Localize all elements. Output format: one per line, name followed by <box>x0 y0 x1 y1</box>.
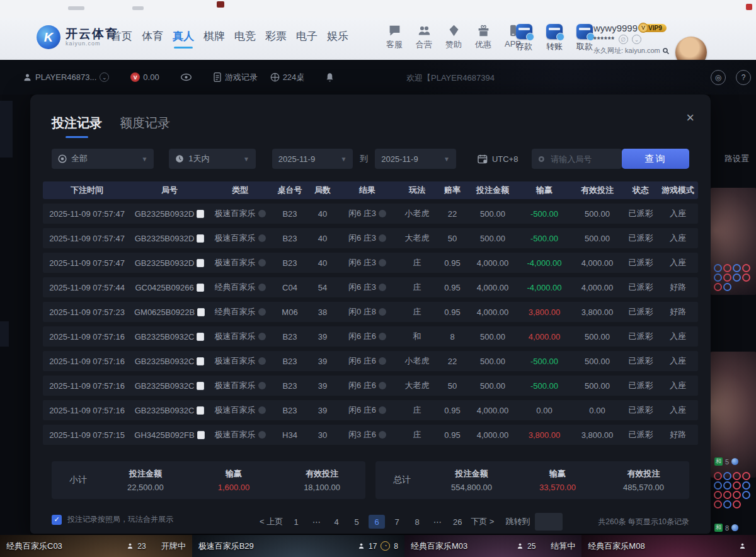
tab-quota-records[interactable]: 额度记录 <box>120 115 170 138</box>
cell-mode: 好路 <box>658 306 698 318</box>
table-card-3[interactable]: 经典百家乐M0325结算中 <box>404 535 581 557</box>
timer-value: 8 <box>394 542 398 551</box>
timezone[interactable]: UTC+8 <box>478 154 518 164</box>
range-dropdown[interactable]: 1天内▼ <box>169 149 255 169</box>
info-icon[interactable] <box>379 382 386 389</box>
cell-type: 极速百家乐 <box>208 233 272 244</box>
copy-icon[interactable] <box>197 210 204 218</box>
page-6[interactable]: 6 <box>369 515 385 529</box>
copy-icon[interactable] <box>197 234 204 243</box>
copy-icon[interactable] <box>197 431 205 439</box>
nav-item-电子[interactable]: 电子 <box>296 29 318 49</box>
table-card-4[interactable]: 经典百家乐M08 <box>581 535 756 557</box>
table-card-2[interactable]: 极速百家乐B2917◔8 <box>192 535 404 557</box>
merge-checkbox[interactable]: ✓ <box>52 515 62 525</box>
cell-type: 极速百家乐 <box>208 208 272 219</box>
round-search[interactable] <box>532 149 622 169</box>
nav-item-真人[interactable]: 真人 <box>173 29 194 49</box>
info-icon[interactable] <box>258 431 266 439</box>
nav-item-首页[interactable]: 首页 <box>111 29 132 49</box>
page-1[interactable]: 1 <box>288 515 304 529</box>
nav-item-娱乐[interactable]: 娱乐 <box>327 29 348 49</box>
eye-toggle[interactable] <box>181 73 192 81</box>
info-icon[interactable] <box>258 210 266 217</box>
info-icon[interactable] <box>379 357 386 365</box>
info-icon[interactable] <box>258 234 266 242</box>
copy-icon[interactable] <box>197 333 204 341</box>
info-icon[interactable] <box>379 431 386 439</box>
cell-play: 庄 <box>397 257 437 268</box>
page-26[interactable]: 26 <box>449 515 466 529</box>
nav-item-体育[interactable]: 体育 <box>142 29 163 49</box>
gift-icon <box>477 24 490 37</box>
info-icon[interactable] <box>258 259 266 267</box>
refresh-chevron-icon[interactable]: ⌄ <box>632 35 641 44</box>
cell-play: 小老虎 <box>397 355 437 367</box>
close-icon[interactable]: × <box>686 111 694 125</box>
quick-link-优惠[interactable]: 优惠 <box>472 24 495 50</box>
type-name: 极速百家乐 <box>215 429 256 440</box>
copy-icon[interactable] <box>197 406 204 415</box>
info-icon[interactable] <box>379 234 386 242</box>
game-record-link[interactable]: 游戏记录 <box>213 72 258 83</box>
info-icon[interactable] <box>258 308 266 316</box>
quick-link-客服[interactable]: 客服 <box>383 24 406 50</box>
player-menu[interactable]: PLAYER46873... ⌄ <box>23 72 109 82</box>
search-circle-icon[interactable]: ◎ <box>711 70 726 85</box>
quick-link-合营[interactable]: 合营 <box>413 24 435 50</box>
copy-icon[interactable] <box>197 357 204 365</box>
quick-links: 客服合营赞助优惠APP <box>383 24 524 50</box>
page-ellipsis[interactable]: ⋯ <box>308 515 324 529</box>
round-search-input[interactable] <box>549 154 616 164</box>
date-to-picker[interactable]: 2025-11-9▼ <box>375 149 456 169</box>
info-icon[interactable] <box>258 382 266 389</box>
info-icon[interactable] <box>379 284 386 291</box>
info-icon[interactable] <box>379 406 386 414</box>
tables-count[interactable]: 224桌 <box>270 72 305 83</box>
quick-link-赞助[interactable]: 赞助 <box>442 24 465 50</box>
copy-icon[interactable] <box>197 382 204 390</box>
copy-icon[interactable] <box>197 284 204 292</box>
copy-icon[interactable] <box>197 259 204 267</box>
prev-page-button[interactable]: < 上页 <box>260 516 283 527</box>
info-icon[interactable] <box>258 406 266 414</box>
cell-count: 54 <box>307 283 338 292</box>
info-icon[interactable] <box>379 308 386 316</box>
query-button[interactable]: 查询 <box>622 149 689 169</box>
nav-item-彩票[interactable]: 彩票 <box>265 29 287 49</box>
notifications[interactable] <box>326 72 334 82</box>
tab-bet-records[interactable]: 投注记录 <box>52 115 102 138</box>
page-5[interactable]: 5 <box>348 515 365 529</box>
info-icon[interactable] <box>379 259 386 267</box>
magnifier-icon[interactable] <box>662 47 670 55</box>
info-icon[interactable] <box>258 333 266 340</box>
jump-page-input[interactable] <box>535 513 563 531</box>
info-icon[interactable] <box>258 357 266 365</box>
wallet-link-转账[interactable]: 转账 <box>542 24 566 52</box>
site-logo[interactable]: K 开云体育 kaiyun.com <box>37 25 118 49</box>
date-from-picker[interactable]: 2025-11-9▼ <box>272 149 353 169</box>
chat-icon <box>388 24 401 37</box>
nav-item-棋牌[interactable]: 棋牌 <box>203 29 225 49</box>
page-ellipsis[interactable]: ⋯ <box>429 515 445 529</box>
chevron-down-icon: ▼ <box>444 156 450 163</box>
table-card-1[interactable]: 经典百家乐C0323开牌中 <box>0 535 192 557</box>
next-page-button[interactable]: 下页 > <box>471 516 494 527</box>
eye-off-icon[interactable]: ∅ <box>619 35 628 44</box>
page-4[interactable]: 4 <box>328 515 345 529</box>
cell-table: B23 <box>272 357 307 366</box>
page-8[interactable]: 8 <box>409 515 425 529</box>
category-dropdown[interactable]: 全部▼ <box>52 149 154 169</box>
copy-icon[interactable] <box>197 308 205 316</box>
help-icon[interactable]: ? <box>736 70 751 85</box>
cell-round: GB2325B0932D <box>131 234 208 243</box>
wallet-link-存款[interactable]: 存款 <box>512 24 536 52</box>
cell-type: 极速百家乐 <box>208 429 272 440</box>
info-icon[interactable] <box>379 333 386 340</box>
balance[interactable]: V 0.00 <box>130 72 159 82</box>
sponsor-icon <box>447 24 461 37</box>
page-7[interactable]: 7 <box>389 515 405 529</box>
info-icon[interactable] <box>379 210 386 217</box>
nav-item-电竞[interactable]: 电竞 <box>234 29 256 49</box>
info-icon[interactable] <box>258 284 266 291</box>
